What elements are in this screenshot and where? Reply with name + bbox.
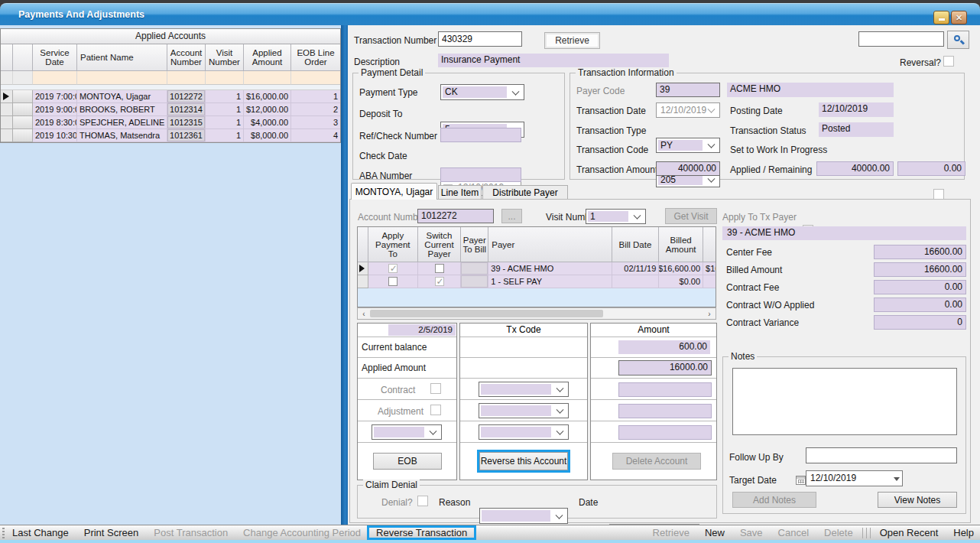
bill-date-cell[interactable]: 02/11/19 <box>612 262 660 275</box>
contract-amount-field[interactable] <box>618 382 712 397</box>
col-billed-amount[interactable]: Billed Amount <box>659 227 703 262</box>
aba-field[interactable] <box>440 167 521 182</box>
filter-cell[interactable] <box>1 71 13 85</box>
minimize-button[interactable] <box>933 11 949 24</box>
col-visit-number[interactable]: Visit Number <box>206 44 244 71</box>
adjustment-checkbox[interactable] <box>430 405 441 415</box>
row-button[interactable] <box>13 129 33 142</box>
cancel-button[interactable]: Cancel <box>771 527 816 538</box>
visit-number-cell[interactable]: 1 <box>206 90 244 103</box>
last-change-button[interactable]: Last Change <box>5 527 76 538</box>
amount-cell-clipped[interactable] <box>703 275 716 288</box>
save-button[interactable]: Save <box>732 527 771 538</box>
eob-order-cell[interactable]: 2 <box>291 103 340 116</box>
filter-cell[interactable] <box>206 71 244 85</box>
service-date-cell[interactable]: 2019 8:30:0 <box>33 116 77 129</box>
applied-amount-cell[interactable]: $12,000.00 <box>244 103 291 116</box>
eob-order-cell[interactable]: 4 <box>291 129 340 142</box>
table-row[interactable]: 2019 7:00:00 MONTOYA, Ujagar 1012272 1 $… <box>1 90 340 103</box>
col-payer[interactable]: Payer <box>488 227 612 262</box>
filter-cell[interactable] <box>33 71 77 85</box>
account-number-cell[interactable]: 1012272 <box>167 90 206 103</box>
amount-cell-clipped[interactable]: $16,000.00 <box>703 262 716 275</box>
notes-textarea[interactable] <box>732 368 957 435</box>
filter-cell[interactable] <box>291 71 340 85</box>
filter-cell[interactable] <box>167 71 206 85</box>
view-notes-button[interactable]: View Notes <box>878 492 957 508</box>
eob-order-cell[interactable]: 1 <box>291 90 340 103</box>
scroll-left-icon[interactable]: ‹ <box>358 308 370 319</box>
delete-account-button[interactable]: Delete Account <box>612 453 701 470</box>
scrollbar-thumb[interactable] <box>370 310 603 317</box>
transaction-type-select[interactable]: PY <box>656 138 720 153</box>
patient-name-cell[interactable]: THOMAS, Matsendra <box>77 129 167 142</box>
applied-amount-cell[interactable]: $8,000.00 <box>244 129 291 142</box>
retrieve-button[interactable]: Retrieve <box>544 32 600 49</box>
account-number-cell[interactable]: 1012315 <box>167 116 206 129</box>
payer-row[interactable]: 1 - SELF PAY $0.00 <box>358 275 716 288</box>
row-button[interactable] <box>13 116 33 129</box>
transaction-amount-field[interactable]: 40000.00 <box>656 161 720 176</box>
close-button[interactable] <box>951 11 967 24</box>
search-input[interactable] <box>858 31 944 47</box>
tab-line-item[interactable]: Line Item <box>438 185 482 200</box>
denial-checkbox[interactable] <box>417 496 428 506</box>
filter-cell[interactable] <box>13 71 33 85</box>
patient-name-cell[interactable]: BROOKS, ROBERT <box>77 103 167 116</box>
reverse-this-account-button[interactable]: Reverse this Account <box>479 452 568 470</box>
table-row[interactable]: 2019 9:00:0 BROOKS, ROBERT 1012314 1 $12… <box>1 103 340 116</box>
col-payer-to-bill[interactable]: Payer To Bill <box>461 227 488 262</box>
reverse-transaction-button[interactable]: Reverse Transaction <box>368 527 475 538</box>
account-lookup-button[interactable]: ... <box>501 209 522 223</box>
col-bill-date[interactable]: Bill Date <box>612 227 660 262</box>
service-date-cell[interactable]: 2019 7:00:00 <box>33 90 77 103</box>
wip-checkbox[interactable] <box>933 189 944 200</box>
patient-name-cell[interactable]: SPEJCHER, ADELINE <box>77 116 167 129</box>
visit-number-cell[interactable]: 1 <box>206 103 244 116</box>
account-number-cell[interactable]: 1012314 <box>167 103 206 116</box>
table-row[interactable]: 2019 8:30:0 SPEJCHER, ADELINE 1012315 1 … <box>1 116 340 129</box>
window-titlebar[interactable]: Payments And Adjustments <box>0 3 980 25</box>
add-notes-button[interactable]: Add Notes <box>732 492 816 508</box>
service-date-cell[interactable]: 2019 10:30:0 <box>33 129 77 142</box>
retrieve-toolbar-button[interactable]: Retrieve <box>645 527 697 538</box>
eob-button[interactable]: EOB <box>373 453 442 470</box>
col-account-number[interactable]: Account Number <box>167 44 206 71</box>
tab-distribute-payer[interactable]: Distribute Payer <box>482 185 568 200</box>
applied-amount-cell[interactable]: $4,000.00 <box>244 116 291 129</box>
description-field[interactable]: Insurance Payment <box>438 54 669 67</box>
tab-patient[interactable]: MONTOYA, Ujagar <box>351 183 437 200</box>
patient-name-cell[interactable]: MONTOYA, Ujagar <box>77 90 167 103</box>
col-patient-name[interactable]: Patient Name <box>77 44 167 71</box>
col-switch-current-payer[interactable]: Switch Current Payer <box>418 227 462 262</box>
row-button[interactable] <box>13 103 33 116</box>
payment-type-select[interactable]: CK <box>440 84 524 100</box>
scroll-right-icon[interactable]: › <box>703 308 716 319</box>
open-recent-button[interactable]: Open Recent <box>872 527 946 538</box>
service-date-cell[interactable]: 2019 9:00:0 <box>33 103 77 116</box>
col-eob-line-order[interactable]: EOB Line Order <box>291 44 340 71</box>
reversal-checkbox[interactable] <box>943 56 954 67</box>
billed-amount-cell[interactable]: $0.00 <box>659 275 703 288</box>
contract-txcode-select[interactable] <box>479 382 569 397</box>
get-visit-button[interactable]: Get Visit <box>665 208 717 224</box>
col-service-date[interactable]: Service Date <box>33 44 77 71</box>
payer-to-bill-cell[interactable] <box>461 262 488 275</box>
filter-cell[interactable] <box>244 71 291 85</box>
payer-grid-hscrollbar[interactable]: ‹ › <box>357 307 716 320</box>
apply-payment-checkbox[interactable] <box>388 264 398 273</box>
col-applied-amount[interactable]: Applied Amount <box>244 44 291 71</box>
payer-cell[interactable]: 39 - ACME HMO <box>488 262 612 275</box>
payer-cell[interactable]: 1 - SELF PAY <box>488 275 612 288</box>
table-row[interactable]: 2019 10:30:0 THOMAS, Matsendra 1012361 1… <box>1 129 340 142</box>
payer-code-field[interactable]: 39 <box>656 83 720 97</box>
apply-payment-checkbox[interactable] <box>388 277 398 286</box>
account-number-cell[interactable]: 1012361 <box>167 129 206 142</box>
adjustment-txcode-select[interactable] <box>479 403 569 418</box>
adjustment-amount-field[interactable] <box>618 404 712 418</box>
ref-check-field[interactable] <box>440 128 521 142</box>
row-button[interactable] <box>13 90 33 103</box>
switch-payer-checkbox[interactable] <box>435 277 444 286</box>
billed-amount-cell[interactable]: $16,600.00 <box>659 262 703 275</box>
extra-amount-field[interactable] <box>618 425 712 440</box>
